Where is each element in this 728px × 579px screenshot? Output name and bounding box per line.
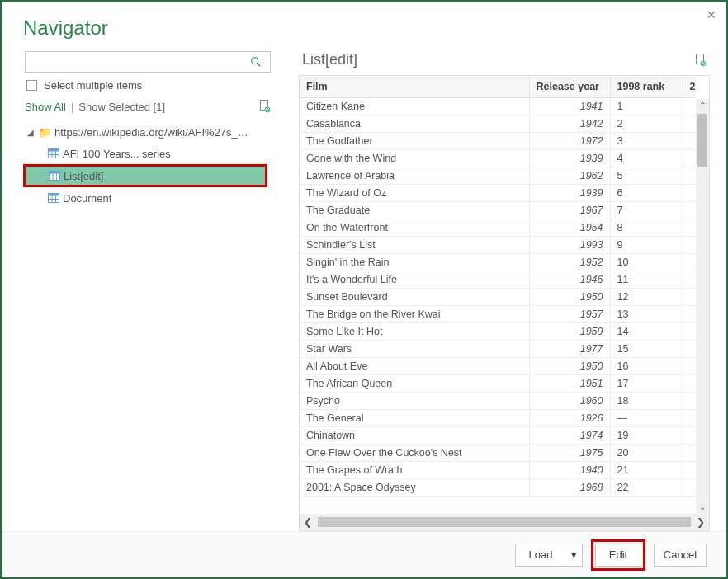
table-row[interactable]: Star Wars197715 [300, 341, 696, 358]
table-row[interactable]: The Graduate19677 [300, 202, 696, 219]
cell-year: 1957 [529, 306, 610, 323]
col-extra[interactable]: 200 [683, 76, 696, 98]
cell-film: Psycho [300, 393, 529, 410]
search-input[interactable] [26, 52, 250, 72]
table-row[interactable]: Lawrence of Arabia19625 [300, 167, 696, 185]
cell-year: 1959 [529, 323, 610, 341]
caret-down-icon[interactable]: ◢ [26, 128, 35, 137]
select-multiple-row[interactable]: Select multiple items [26, 79, 284, 92]
tree-item-document[interactable]: Document [25, 187, 284, 209]
cell-year: 1962 [529, 167, 610, 185]
tree-item-label: Document [63, 192, 111, 205]
cell-rank: 18 [610, 393, 683, 410]
cell-rank: 11 [610, 271, 683, 289]
table-row[interactable]: Gone with the Wind19394 [300, 150, 696, 167]
scroll-down-icon[interactable]: ⌄ [696, 501, 709, 514]
col-rank[interactable]: 1998 rank [610, 76, 683, 98]
cell-film: Chinatown [300, 427, 529, 445]
table-row[interactable]: The Wizard of Oz19396 [300, 185, 696, 202]
table-icon [49, 171, 60, 181]
cell-film: Some Like It Hot [300, 323, 529, 341]
cell-extra [683, 185, 696, 202]
cell-extra [683, 306, 696, 323]
cell-extra [683, 462, 696, 479]
cell-film: The Graduate [300, 202, 529, 219]
horizontal-scrollbar[interactable]: ❮ ❯ [300, 514, 709, 530]
show-selected-link[interactable]: Show Selected [1] [78, 101, 165, 113]
table-row[interactable]: The Grapes of Wrath194021 [300, 462, 696, 479]
load-dropdown-caret[interactable]: ▾ [565, 544, 582, 566]
cell-film: All About Eve [300, 358, 529, 375]
scroll-thumb[interactable] [697, 114, 707, 167]
table-icon [48, 148, 59, 158]
cell-rank: 13 [610, 306, 683, 323]
close-icon[interactable]: ✕ [707, 8, 716, 21]
cell-rank: 7 [610, 202, 683, 219]
table-row[interactable]: Casablanca19422 [300, 115, 696, 133]
cancel-button[interactable]: Cancel [654, 544, 707, 567]
cell-rank: 2 [610, 115, 683, 133]
table-row[interactable]: One Flew Over the Cuckoo's Nest197520 [300, 445, 696, 462]
col-film[interactable]: Film [300, 76, 529, 98]
cell-film: One Flew Over the Cuckoo's Nest [300, 445, 529, 462]
tree-item-list-edit[interactable]: List[edit] [26, 167, 265, 185]
cell-extra [683, 150, 696, 167]
load-button-group: Load ▾ [515, 544, 583, 567]
table-row[interactable]: The African Queen195117 [300, 375, 696, 393]
cell-extra [683, 427, 696, 445]
table-row[interactable]: The General1926— [300, 410, 696, 427]
cell-extra [683, 358, 696, 375]
col-year[interactable]: Release year [529, 76, 610, 98]
cell-film: Singin' in the Rain [300, 254, 529, 271]
table-row[interactable]: Some Like It Hot195914 [300, 323, 696, 341]
svg-point-0 [252, 58, 258, 64]
table-row[interactable]: Singin' in the Rain195210 [300, 254, 696, 271]
table-row[interactable]: Sunset Boulevard195012 [300, 289, 696, 306]
refresh-icon[interactable] [259, 100, 271, 113]
cell-year: 1926 [529, 410, 610, 427]
cell-rank: 12 [610, 289, 683, 306]
cell-year: 1967 [529, 202, 610, 219]
cell-extra [683, 393, 696, 410]
search-icon[interactable] [250, 56, 270, 68]
table-row[interactable]: All About Eve195016 [300, 358, 696, 375]
cell-year: 1942 [529, 115, 610, 133]
table-row[interactable]: It's a Wonderful Life194611 [300, 271, 696, 289]
table-row[interactable]: Citizen Kane19411 [300, 98, 696, 115]
scroll-up-icon[interactable]: ⌃ [696, 99, 709, 112]
table-row[interactable]: The Godfather19723 [300, 133, 696, 150]
scroll-left-icon[interactable]: ❮ [300, 516, 316, 528]
tree-root[interactable]: ◢ 📁 https://en.wikipedia.org/wiki/AFI%27… [25, 121, 284, 143]
table-row[interactable]: Schindler's List19939 [300, 237, 696, 254]
cell-rank: 10 [610, 254, 683, 271]
table-row[interactable]: Psycho196018 [300, 393, 696, 410]
cell-film: The Bridge on the River Kwai [300, 306, 529, 323]
svg-rect-10 [50, 172, 60, 174]
load-button[interactable]: Load [516, 544, 565, 566]
edit-button[interactable]: Edit [595, 544, 641, 567]
cell-rank: 9 [610, 237, 683, 254]
cell-film: Sunset Boulevard [300, 289, 529, 306]
cell-rank: 1 [610, 98, 683, 115]
table-row[interactable]: Chinatown197419 [300, 427, 696, 445]
tree-item-afi-series[interactable]: AFI 100 Years... series [25, 143, 284, 164]
table-row[interactable]: The Bridge on the River Kwai195713 [300, 306, 696, 323]
scroll-right-icon[interactable]: ❯ [693, 516, 709, 528]
table-row[interactable]: 2001: A Space Odyssey196822 [300, 479, 696, 497]
cell-year: 1950 [529, 358, 610, 375]
refresh-preview-icon[interactable] [695, 54, 707, 67]
table-row[interactable]: On the Waterfront19548 [300, 219, 696, 237]
dialog-title: Navigator [2, 2, 726, 51]
cell-year: 1968 [529, 479, 610, 497]
cell-year: 1972 [529, 133, 610, 150]
vertical-scrollbar[interactable]: ⌃ ⌄ [696, 99, 709, 514]
show-all-link[interactable]: Show All [25, 101, 66, 113]
cell-year: 1939 [529, 185, 610, 202]
dialog-footer: Load ▾ Edit Cancel [2, 531, 726, 577]
preview-panel: List[edit] Film Release year 1998 rank [289, 51, 710, 531]
scroll-track[interactable] [318, 517, 691, 527]
cell-extra [683, 202, 696, 219]
checkbox-icon[interactable] [26, 80, 37, 91]
cell-film: The Godfather [300, 133, 529, 150]
cell-film: Schindler's List [300, 237, 529, 254]
